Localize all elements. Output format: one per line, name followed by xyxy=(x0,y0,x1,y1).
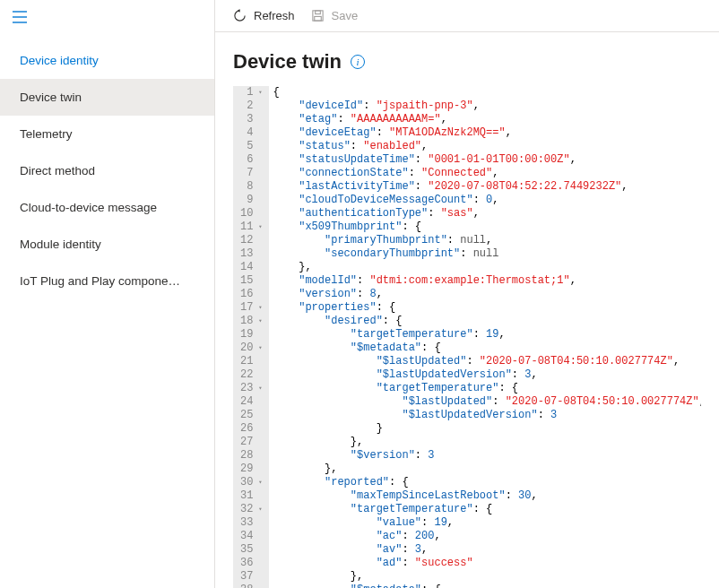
code-line: "etag": "AAAAAAAAAAM=", xyxy=(273,113,701,126)
sidebar: Device identityDevice twinTelemetryDirec… xyxy=(0,0,215,588)
code-line: "x509Thumbprint": { xyxy=(273,220,701,234)
code-line: "$lastUpdatedVersion": 3, xyxy=(273,368,701,382)
svg-rect-4 xyxy=(315,11,320,14)
line-number: 30 xyxy=(240,476,260,489)
line-number: 32 xyxy=(240,503,260,516)
sidebar-item-2[interactable]: Telemetry xyxy=(0,116,214,152)
code-line: "$lastUpdatedVersion": 3 xyxy=(273,409,701,422)
line-number: 13 xyxy=(240,247,260,261)
line-number: 20 xyxy=(240,342,260,355)
code-line: "$metadata": { xyxy=(273,342,701,355)
refresh-label: Refresh xyxy=(254,9,295,22)
line-number: 27 xyxy=(240,436,260,449)
line-number: 25 xyxy=(240,409,260,422)
menu-toggle[interactable] xyxy=(0,0,214,37)
refresh-button[interactable]: Refresh xyxy=(233,9,295,22)
line-number: 9 xyxy=(240,194,260,207)
code-line: "modelId": "dtmi:com:example:Thermostat;… xyxy=(273,274,701,288)
line-number: 31 xyxy=(240,489,260,503)
line-number: 17 xyxy=(240,301,260,315)
code-line: "$version": 3 xyxy=(273,449,701,463)
save-icon xyxy=(311,9,325,22)
code-line: "av": 3, xyxy=(273,543,701,557)
code-line: "secondaryThumbprint": null xyxy=(273,247,701,261)
code-line: "connectionState": "Connected", xyxy=(273,167,701,180)
code-line: "ad": "success" xyxy=(273,557,701,570)
code-line: "primaryThumbprint": null, xyxy=(273,234,701,247)
code-line: "properties": { xyxy=(273,301,701,315)
line-number: 19 xyxy=(240,328,260,342)
line-number: 4 xyxy=(240,126,260,140)
line-number: 35 xyxy=(240,543,260,557)
code-line: "deviceId": "jspaith-pnp-3", xyxy=(273,99,701,113)
code-line: "status": "enabled", xyxy=(273,140,701,153)
code-line: "statusUpdateTime": "0001-01-01T00:00:00… xyxy=(273,153,701,167)
main-panel: Refresh Save Device twin i 1234567891011… xyxy=(215,0,719,588)
line-number: 6 xyxy=(240,153,260,167)
line-number: 14 xyxy=(240,261,260,274)
line-gutter: 1234567891011121314151617181920212223242… xyxy=(233,86,269,588)
code-line: "cloudToDeviceMessageCount": 0, xyxy=(273,194,701,207)
code-line: "ac": 200, xyxy=(273,530,701,543)
sidebar-item-4[interactable]: Cloud-to-device message xyxy=(0,189,214,226)
line-number: 22 xyxy=(240,368,260,382)
line-number: 12 xyxy=(240,234,260,247)
code-line: "desired": { xyxy=(273,315,701,328)
code-line: }, xyxy=(273,570,701,584)
line-number: 18 xyxy=(240,315,260,328)
save-label: Save xyxy=(332,9,359,22)
hamburger-icon xyxy=(13,11,27,23)
line-number: 28 xyxy=(240,449,260,463)
line-number: 11 xyxy=(240,220,260,234)
line-number: 15 xyxy=(240,274,260,288)
line-number: 8 xyxy=(240,180,260,194)
code-line: "reported": { xyxy=(273,476,701,489)
line-number: 1 xyxy=(240,86,260,99)
code-line: "version": 8, xyxy=(273,288,701,301)
line-number: 23 xyxy=(240,382,260,395)
code-line: "targetTemperature": 19, xyxy=(273,328,701,342)
code-line: }, xyxy=(273,261,701,274)
sidebar-item-5[interactable]: Module identity xyxy=(0,226,214,263)
code-line: }, xyxy=(273,436,701,449)
sidebar-item-6[interactable]: IoT Plug and Play compone… xyxy=(0,263,214,299)
line-number: 7 xyxy=(240,167,260,180)
page-title: Device twin xyxy=(233,50,342,74)
line-number: 26 xyxy=(240,422,260,436)
code-line: "$lastUpdated": "2020-07-08T04:50:10.002… xyxy=(273,355,701,368)
code-editor[interactable]: 1234567891011121314151617181920212223242… xyxy=(233,86,701,588)
code-line: "$lastUpdated": "2020-07-08T04:50:10.002… xyxy=(273,395,701,409)
code-line: "targetTemperature": { xyxy=(273,382,701,395)
code-content[interactable]: { "deviceId": "jspaith-pnp-3", "etag": "… xyxy=(269,86,701,588)
sidebar-item-3[interactable]: Direct method xyxy=(0,152,214,189)
svg-rect-5 xyxy=(314,16,321,21)
code-line: "maxTempSinceLastReboot": 30, xyxy=(273,489,701,503)
code-line: { xyxy=(273,86,701,99)
code-line: "targetTemperature": { xyxy=(273,503,701,516)
line-number: 24 xyxy=(240,395,260,409)
line-number: 3 xyxy=(240,113,260,126)
line-number: 21 xyxy=(240,355,260,368)
line-number: 29 xyxy=(240,463,260,476)
info-icon[interactable]: i xyxy=(351,55,365,69)
line-number: 38 xyxy=(240,584,260,588)
sidebar-item-0[interactable]: Device identity xyxy=(0,42,214,79)
nav-list: Device identityDevice twinTelemetryDirec… xyxy=(0,42,214,299)
app-root: Device identityDevice twinTelemetryDirec… xyxy=(0,0,719,588)
line-number: 33 xyxy=(240,516,260,530)
save-button: Save xyxy=(311,9,359,22)
code-line: "value": 19, xyxy=(273,516,701,530)
page-header: Device twin i xyxy=(215,32,719,86)
line-number: 37 xyxy=(240,570,260,584)
line-number: 36 xyxy=(240,557,260,570)
sidebar-item-1[interactable]: Device twin xyxy=(0,79,214,116)
line-number: 10 xyxy=(240,207,260,220)
refresh-icon xyxy=(233,9,247,22)
line-number: 5 xyxy=(240,140,260,153)
line-number: 2 xyxy=(240,99,260,113)
code-line: "deviceEtag": "MTA1ODAzNzk2MQ==", xyxy=(273,126,701,140)
code-line: "authenticationType": "sas", xyxy=(273,207,701,220)
line-number: 16 xyxy=(240,288,260,301)
code-line: }, xyxy=(273,463,701,476)
code-line: "lastActivityTime": "2020-07-08T04:52:22… xyxy=(273,180,701,194)
